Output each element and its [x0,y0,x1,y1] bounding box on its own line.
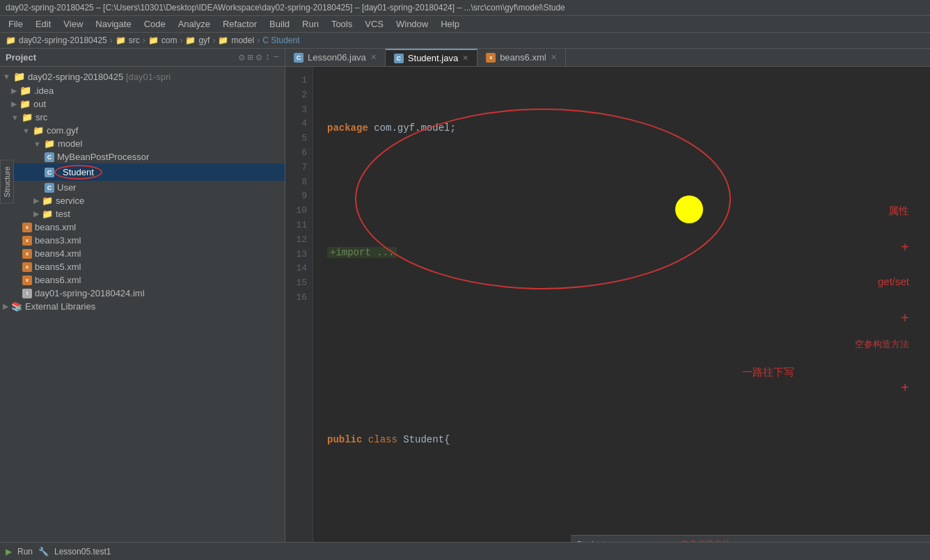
structure-tab[interactable]: Structure [0,160,14,204]
menu-navigate[interactable]: Navigate [90,17,136,31]
beans5xml-icon: x [22,262,32,272]
student-java-icon: C [45,168,54,177]
user-java-icon: C [45,183,54,193]
tree-item-model[interactable]: 📁 model [0,137,285,150]
src-label: src [36,112,47,122]
beans3xml-label: beans3.xml [35,235,81,246]
tab-lesson06-close[interactable]: ✕ [370,53,377,62]
sidebar-settings-icon[interactable]: ⚙ [256,51,262,63]
out-folder-icon: 📁 [19,99,31,109]
menu-view[interactable]: View [58,17,88,31]
code-area[interactable]: 12345 678910 1112131415 16 package com.g… [285,67,930,553]
tree-item-comgyf[interactable]: 📁 com.gyf [0,124,285,137]
run-test-label: Lesson05.test1 [54,547,111,557]
test-folder-icon: 📁 [42,209,53,219]
tab-bar: C Lesson06.java ✕ C Student.java ✕ x bea… [285,49,930,67]
beans3xml-icon: x [22,236,32,246]
tree-item-mybeanpost[interactable]: C MyBeanPostProcessor [0,150,285,163]
menu-edit[interactable]: Edit [30,17,56,31]
menu-analyze[interactable]: Analyze [173,17,216,31]
code-content[interactable]: package com.gyf.model; +import ... publi… [313,67,812,553]
breadcrumb-gyf[interactable]: gyf [198,35,210,45]
tree-item-beans3xml[interactable]: x beans3.xml [0,234,285,247]
student-label: Student [54,165,102,179]
tree-item-student[interactable]: C Student [0,163,285,181]
dayiml-icon: i [22,289,32,298]
editor: C Lesson06.java ✕ C Student.java ✕ x bea… [285,49,930,553]
yellow-dot [675,195,703,223]
model-label: model [58,138,82,149]
tab-student-icon: C [394,54,404,63]
tab-student[interactable]: C Student.java ✕ [386,49,478,66]
tree-item-dayiml[interactable]: i day01-spring-20180424.iml [0,287,285,300]
beans5xml-label: beans5.xml [35,262,81,272]
tree-item-service[interactable]: 📁 service [0,194,285,207]
sidebar-gear-icon[interactable]: ⚙ [239,51,244,63]
test-label: test [56,209,70,219]
code-line-3: +import ... [327,245,798,260]
sidebar-expand-icon[interactable]: ⊞ [247,51,253,63]
menu-vcs[interactable]: VCS [359,17,389,31]
mybeanpost-label: MyBeanPostProcessor [57,152,149,162]
annot-getset: get/set [878,275,909,287]
out-arrow [11,99,17,109]
tree-item-out[interactable]: 📁 out [0,97,285,111]
tab-lesson06-label: Lesson06.java [308,52,366,63]
breadcrumb-root[interactable]: day02-spring-20180425 [19,35,107,45]
tree-item-extlibs[interactable]: 📚 External Libraries [0,300,285,313]
sidebar-sort-icon[interactable]: ↕ [265,51,270,63]
code-line-4 [327,307,798,323]
tab-beans6xml[interactable]: x beans6.xml ✕ [478,49,565,66]
menu-help[interactable]: Help [435,17,465,31]
tree-item-idea[interactable]: 📁 .idea [0,83,285,97]
menu-window[interactable]: Window [391,17,434,31]
tab-student-close[interactable]: ✕ [462,54,468,63]
tree-item-beans5xml[interactable]: x beans5.xml [0,260,285,273]
root-folder-icon: 📁 [13,71,25,82]
sidebar-minus-icon[interactable]: − [274,51,279,63]
tab-lesson06[interactable]: C Lesson06.java ✕ [285,49,386,66]
beans6xml-icon: x [22,275,32,285]
tree-item-beans4xml[interactable]: x beans4.xml [0,247,285,260]
menu-file[interactable]: File [3,17,29,31]
tab-lesson06-icon: C [294,53,304,63]
tree-item-beansxml[interactable]: x beans.xml [0,221,285,234]
test-arrow [33,209,39,218]
sidebar: Project ⚙ ⊞ ⚙ ↕ − 📁 day02-spring-2018042… [0,49,285,553]
code-line-2 [327,183,798,198]
idea-folder-icon: 📁 [19,85,31,96]
menu-refactor[interactable]: Refactor [217,17,262,31]
dayiml-label: day01-spring-20180424.iml [35,288,145,298]
beansxml-icon: x [22,223,32,232]
tree-item-beans6xml[interactable]: x beans6.xml [0,273,285,287]
menu-bar: File Edit View Navigate Code Analyze Ref… [0,16,930,33]
tree-item-user[interactable]: C User [0,181,285,194]
idea-label: .idea [34,86,54,96]
menu-tools[interactable]: Tools [326,17,358,31]
tree-item-test[interactable]: 📁 test [0,207,285,221]
annot-kongcan: 空参构造方法 [855,338,909,351]
code-line-7 [327,495,798,510]
code-line-5 [327,369,798,385]
run-icon: ▶ [6,547,12,557]
beans4xml-icon: x [22,249,32,259]
annot-shuxing: 属性 [888,205,909,218]
menu-build[interactable]: Build [264,17,295,31]
menu-code[interactable]: Code [139,17,171,31]
tree-item-src[interactable]: 📁 src [0,111,285,124]
breadcrumb-src[interactable]: src [129,35,140,45]
service-folder-icon: 📁 [42,195,53,206]
root-label: day02-spring-20180425 [day01-spri [28,72,171,82]
annot-plus2: + [901,310,909,326]
breadcrumb-com[interactable]: com [161,35,178,45]
breadcrumb-class[interactable]: C Student [262,35,299,45]
tree-item-root[interactable]: 📁 day02-spring-20180425 [day01-spri [0,70,285,83]
menu-run[interactable]: Run [297,17,324,31]
extlibs-icon: 📚 [11,301,22,312]
breadcrumb-model[interactable]: model [231,35,254,45]
root-arrow [3,72,10,81]
tab-beans6xml-close[interactable]: ✕ [551,53,557,62]
beans4xml-label: beans4.xml [35,248,81,259]
model-arrow [33,140,41,148]
idea-arrow [11,86,17,95]
